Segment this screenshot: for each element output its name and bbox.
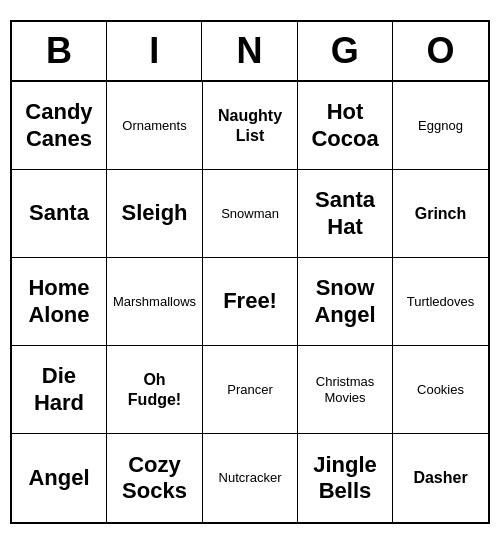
bingo-cell-r0-c2: NaughtyList — [203, 82, 298, 170]
bingo-cell-r3-c3: ChristmasMovies — [298, 346, 393, 434]
cell-content: Angel — [28, 465, 89, 491]
cell-content: Free! — [223, 288, 277, 314]
cell-content: Santa — [29, 200, 89, 226]
cell-content: DieHard — [34, 363, 84, 416]
bingo-cell-r4-c4: Dasher — [393, 434, 488, 522]
bingo-cell-r4-c1: CozySocks — [107, 434, 203, 522]
cell-content: SnowAngel — [314, 275, 375, 328]
cell-content: NaughtyList — [218, 106, 282, 144]
bingo-header-letter: O — [393, 22, 488, 80]
bingo-grid: CandyCanesOrnamentsNaughtyListHotCocoaEg… — [12, 82, 488, 522]
bingo-cell-r3-c2: Prancer — [203, 346, 298, 434]
cell-content: Turtledoves — [407, 294, 474, 310]
cell-content: Marshmallows — [113, 294, 196, 310]
bingo-cell-r1-c4: Grinch — [393, 170, 488, 258]
bingo-cell-r3-c0: DieHard — [12, 346, 107, 434]
cell-content: HotCocoa — [311, 99, 378, 152]
cell-content: Dasher — [413, 468, 467, 487]
bingo-cell-r4-c3: JingleBells — [298, 434, 393, 522]
cell-content: Nutcracker — [219, 470, 282, 486]
bingo-cell-r4-c2: Nutcracker — [203, 434, 298, 522]
bingo-cell-r0-c4: Eggnog — [393, 82, 488, 170]
cell-content: OhFudge! — [128, 370, 181, 408]
cell-content: Snowman — [221, 206, 279, 222]
bingo-header-letter: B — [12, 22, 107, 80]
bingo-cell-r4-c0: Angel — [12, 434, 107, 522]
bingo-header-letter: N — [202, 22, 297, 80]
cell-content: Cookies — [417, 382, 464, 398]
bingo-cell-r2-c2: Free! — [203, 258, 298, 346]
bingo-cell-r0-c1: Ornaments — [107, 82, 203, 170]
bingo-cell-r0-c3: HotCocoa — [298, 82, 393, 170]
cell-content: Sleigh — [122, 200, 188, 226]
bingo-header: BINGO — [12, 22, 488, 82]
cell-content: Eggnog — [418, 118, 463, 134]
cell-content: CozySocks — [122, 452, 187, 505]
cell-content: ChristmasMovies — [316, 374, 375, 405]
bingo-cell-r2-c0: HomeAlone — [12, 258, 107, 346]
bingo-cell-r1-c3: SantaHat — [298, 170, 393, 258]
bingo-cell-r1-c0: Santa — [12, 170, 107, 258]
bingo-cell-r1-c2: Snowman — [203, 170, 298, 258]
bingo-header-letter: G — [298, 22, 393, 80]
bingo-cell-r2-c1: Marshmallows — [107, 258, 203, 346]
cell-content: Grinch — [415, 204, 467, 223]
bingo-cell-r3-c1: OhFudge! — [107, 346, 203, 434]
cell-content: HomeAlone — [28, 275, 89, 328]
bingo-cell-r2-c3: SnowAngel — [298, 258, 393, 346]
cell-content: SantaHat — [315, 187, 375, 240]
cell-content: CandyCanes — [25, 99, 92, 152]
cell-content: JingleBells — [313, 452, 377, 505]
bingo-cell-r0-c0: CandyCanes — [12, 82, 107, 170]
cell-content: Ornaments — [122, 118, 186, 134]
bingo-cell-r3-c4: Cookies — [393, 346, 488, 434]
bingo-card: BINGO CandyCanesOrnamentsNaughtyListHotC… — [10, 20, 490, 524]
bingo-cell-r2-c4: Turtledoves — [393, 258, 488, 346]
cell-content: Prancer — [227, 382, 273, 398]
bingo-header-letter: I — [107, 22, 202, 80]
bingo-cell-r1-c1: Sleigh — [107, 170, 203, 258]
